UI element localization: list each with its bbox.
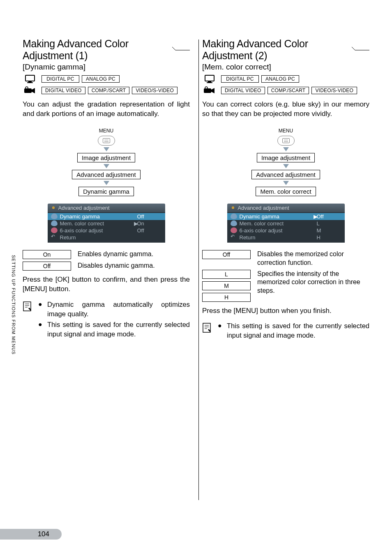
eye-icon bbox=[51, 213, 58, 219]
path-step-2c: Mem. color correct bbox=[256, 187, 316, 196]
svg-rect-11 bbox=[208, 81, 211, 82]
svg-rect-0 bbox=[25, 75, 35, 81]
down-arrow-icon bbox=[104, 147, 109, 151]
option-list-2: Off Disables the memorized color correct… bbox=[202, 250, 369, 302]
option-row: Off Disables dynamic gamma. bbox=[23, 262, 190, 271]
gear-icon bbox=[231, 205, 235, 210]
osd-row: Mem. color correct L bbox=[227, 220, 345, 227]
option-row: On Enables dynamic gamma. bbox=[23, 250, 190, 259]
svg-rect-3 bbox=[24, 88, 32, 93]
option-desc: Specifies the intensity of the memorized… bbox=[257, 270, 369, 295]
menu-label-1: MENU bbox=[99, 128, 113, 134]
down-arrow-icon bbox=[104, 164, 109, 168]
tag-digital-video-2: DIGITAL VIDEO bbox=[221, 87, 265, 94]
osd-value: H bbox=[317, 234, 341, 241]
left-column: Making Advanced Color Adjustment (1) [Dy… bbox=[23, 38, 190, 341]
down-arrow-icon bbox=[283, 164, 289, 168]
camcorder-icon bbox=[202, 86, 217, 95]
osd-row: Mem. color correct ▶ On bbox=[48, 220, 165, 227]
camcorder-icon bbox=[23, 86, 37, 95]
pc-source-row-1: DIGITAL PC ANALOG PC bbox=[23, 74, 190, 84]
svg-rect-12 bbox=[207, 82, 212, 83]
option-row: Off Disables the memorized color correct… bbox=[202, 250, 369, 267]
body-text-1: You can adjust the gradation representat… bbox=[23, 100, 190, 119]
svg-rect-2 bbox=[27, 82, 33, 83]
option-h: H bbox=[202, 293, 251, 302]
right-column: Making Advanced Color Adjustment (2) [Me… bbox=[202, 38, 369, 341]
note-block-1: ●Dynamic gamma automatically optimizes i… bbox=[23, 300, 190, 341]
osd-label: Dynamic gamma bbox=[240, 213, 314, 220]
return-icon bbox=[51, 234, 58, 240]
option-on: On bbox=[23, 250, 71, 259]
osd-label: Mem. color correct bbox=[60, 220, 134, 227]
osd-row: Return H bbox=[227, 234, 345, 241]
gear-icon bbox=[51, 205, 56, 210]
osd-label: Return bbox=[60, 234, 137, 241]
body-text-2: You can correct colors (e.g. blue sky) i… bbox=[202, 100, 369, 119]
title-leader-1 bbox=[172, 46, 190, 53]
subtitle-2: [Mem. color correct] bbox=[202, 63, 369, 72]
tag-comp-scart-1: COMP./SCART bbox=[88, 87, 130, 94]
note-item: ●This setting is saved for the currently… bbox=[218, 321, 369, 340]
menu-button-icon bbox=[98, 136, 115, 146]
tag-video-svideo-2: VIDEO/S-VIDEO bbox=[311, 87, 357, 94]
svg-marker-14 bbox=[211, 88, 214, 93]
svg-rect-13 bbox=[204, 88, 211, 93]
tag-digital-video-1: DIGITAL VIDEO bbox=[42, 87, 85, 94]
tag-analog-pc-2: ANALOG PC bbox=[261, 75, 299, 83]
tag-digital-pc-2: DIGITAL PC bbox=[221, 75, 259, 83]
menu-button-icon bbox=[277, 136, 295, 146]
svg-rect-10 bbox=[205, 75, 214, 81]
return-icon bbox=[231, 234, 237, 240]
note-icon bbox=[202, 322, 212, 333]
option-list-1: On Enables dynamic gamma. Off Disables d… bbox=[23, 250, 190, 271]
osd-row: 6-axis color adjust M bbox=[227, 227, 345, 234]
option-m: M bbox=[202, 281, 251, 290]
down-arrow-icon bbox=[283, 147, 289, 151]
section-title-1: Making Advanced Color Adjustment (1) bbox=[23, 38, 169, 62]
option-desc: Disables the memorized color correction … bbox=[257, 250, 369, 267]
after-options-1: Press the [OK] button to confirm, and th… bbox=[23, 275, 190, 294]
osd-label: Return bbox=[240, 234, 314, 241]
osd-label: 6-axis color adjust bbox=[240, 227, 314, 234]
note-text: This setting is saved for the currently … bbox=[47, 320, 190, 339]
osd-title-2: Advanced adjustment bbox=[227, 204, 345, 212]
path-step-2a: Image adjustment bbox=[257, 153, 315, 162]
osd-label: Mem. color correct bbox=[240, 220, 314, 227]
note-text: This setting is saved for the currently … bbox=[227, 321, 369, 340]
option-desc: Disables dynamic gamma. bbox=[78, 262, 190, 270]
video-source-row-1: DIGITAL VIDEO COMP./SCART VIDEO/S-VIDEO bbox=[23, 86, 190, 95]
down-arrow-icon bbox=[104, 181, 109, 185]
option-off-2: Off bbox=[202, 250, 251, 259]
tag-comp-scart-2: COMP./SCART bbox=[267, 87, 309, 94]
osd-value: L bbox=[317, 220, 341, 227]
note-item: ●Dynamic gamma automatically optimizes i… bbox=[38, 300, 190, 319]
tag-analog-pc-1: ANALOG PC bbox=[82, 75, 120, 83]
side-tab: SETTING UP FUNCTIONS FROM MENUS bbox=[11, 255, 16, 432]
osd-value: On bbox=[137, 220, 162, 227]
page-number: 104 bbox=[38, 530, 49, 538]
osd-value: Off bbox=[317, 213, 341, 220]
path-step-1a: Image adjustment bbox=[77, 153, 135, 162]
osd-row: Dynamic gamma ▶ Off bbox=[227, 213, 345, 220]
osd-row: Return bbox=[48, 234, 165, 241]
menu-path-2: MENU Image adjustment Advanced adjustmen… bbox=[202, 128, 369, 196]
subtitle-1: [Dynamic gamma] bbox=[23, 63, 190, 72]
menu-path-1: MENU Image adjustment Advanced adjustmen… bbox=[23, 128, 190, 196]
osd-value: Off bbox=[137, 227, 162, 234]
note-text: Dynamic gamma automatically optimizes im… bbox=[47, 300, 190, 319]
flower-icon bbox=[231, 227, 237, 233]
osd-mark: ▶ bbox=[134, 220, 137, 227]
path-step-2b: Advanced adjustment bbox=[251, 170, 320, 179]
osd-value: M bbox=[317, 227, 341, 234]
osd-row: Dynamic gamma Off bbox=[48, 213, 165, 220]
monitor-icon bbox=[23, 74, 37, 84]
monitor-icon bbox=[202, 74, 217, 84]
tag-digital-pc-1: DIGITAL PC bbox=[42, 75, 79, 83]
eye-icon bbox=[231, 213, 237, 219]
osd-title-text-1: Advanced adjustment bbox=[58, 205, 110, 211]
palette-icon bbox=[51, 220, 58, 226]
tag-video-svideo-1: VIDEO/S-VIDEO bbox=[132, 87, 178, 94]
osd-title-text-2: Advanced adjustment bbox=[238, 205, 289, 211]
column-divider bbox=[198, 39, 199, 500]
